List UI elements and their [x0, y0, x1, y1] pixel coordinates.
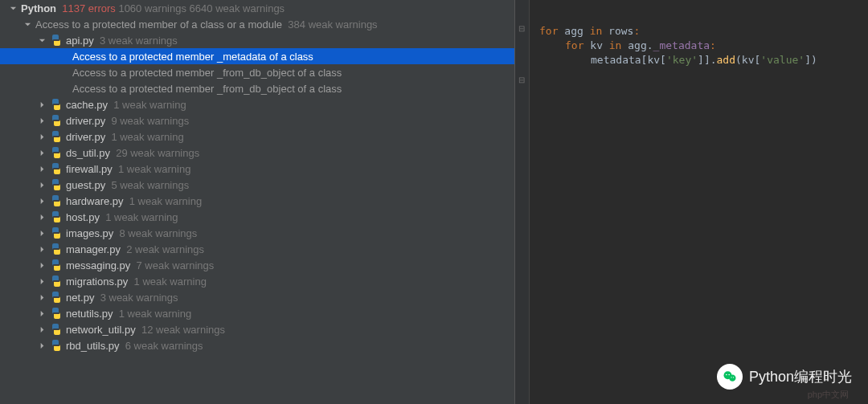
chevron-right-icon [37, 308, 47, 318]
inspection-issue[interactable]: Access to a protected member _from_db_ob… [0, 80, 514, 96]
svg-point-4 [731, 377, 731, 377]
file-count: 2 weak warnings [126, 243, 204, 255]
category-title: Access to a protected member of a class … [35, 18, 282, 31]
tree-file[interactable]: net.py 3 weak warnings [0, 289, 514, 305]
chevron-right-icon [37, 292, 47, 302]
tree-file[interactable]: messaging.py 7 weak warnings [0, 257, 514, 273]
chevron-right-icon [37, 196, 47, 206]
tree-file[interactable]: ds_util.py 29 weak warnings [0, 145, 514, 161]
file-count: 3 weak warnings [100, 35, 178, 47]
tree-file[interactable]: migrations.py 1 weak warning [0, 273, 514, 289]
python-file-icon [50, 275, 63, 288]
file-name: api.py [66, 35, 94, 47]
error-count: 1137 errors [62, 2, 115, 14]
tree-file[interactable]: driver.py 1 weak warning [0, 129, 514, 145]
inspection-issue-selected[interactable]: Access to a protected member _metadata o… [0, 48, 514, 64]
tree-file[interactable]: firewall.py 1 weak warning [0, 161, 514, 177]
tree-file[interactable]: netutils.py 1 weak warning [0, 305, 514, 321]
file-count: 1 weak warning [111, 131, 183, 143]
file-name: cache.py [66, 99, 108, 111]
tree-file[interactable]: manager.py 2 weak warnings [0, 241, 514, 257]
issue-text: Access to a protected member _from_db_ob… [72, 83, 342, 95]
issue-text: Access to a protected member _from_db_ob… [72, 67, 342, 79]
inspection-issue[interactable]: Access to a protected member _from_db_ob… [0, 64, 514, 80]
python-file-icon [50, 323, 63, 336]
file-count: 1 weak warning [118, 163, 190, 175]
file-count: 12 weak warnings [141, 324, 225, 336]
file-count: 5 weak warnings [111, 179, 189, 191]
chevron-right-icon [37, 212, 47, 222]
svg-point-5 [733, 377, 734, 377]
python-file-icon [50, 243, 63, 255]
code-snippet: for agg in rows: for kv in agg._metadata… [515, 0, 868, 67]
chevron-right-icon [37, 164, 47, 173]
category-count: 384 weak warnings [288, 18, 377, 31]
file-count: 7 weak warnings [136, 259, 214, 271]
chevron-right-icon [37, 100, 47, 109]
svg-point-1 [729, 375, 735, 382]
tree-file[interactable]: network_util.py 12 weak warnings [0, 321, 514, 337]
watermark: Python编程时光 [717, 364, 852, 390]
chevron-right-icon [37, 148, 47, 157]
chevron-right-icon [37, 341, 47, 350]
file-name: driver.py [66, 115, 105, 127]
python-file-icon [50, 226, 63, 239]
file-name: messaging.py [66, 259, 130, 271]
tree-file-api[interactable]: api.py 3 weak warnings [0, 32, 514, 48]
file-name: images.py [66, 227, 113, 239]
file-count: 1 weak warning [119, 308, 191, 320]
tree-file[interactable]: guest.py 5 weak warnings [0, 177, 514, 193]
python-file-icon [50, 130, 63, 143]
svg-point-2 [726, 374, 727, 376]
warning-count: 1060 warnings [118, 2, 186, 14]
file-count: 1 weak warning [129, 195, 202, 207]
inspection-tree-panel[interactable]: Python 1137 errors 1060 warnings 6640 we… [0, 0, 514, 404]
file-name: net.py [66, 292, 94, 304]
file-count: 6 weak warnings [125, 340, 203, 352]
fold-mark-icon: ⊟ [518, 75, 525, 84]
tree-file[interactable]: rbd_utils.py 6 weak warnings [0, 337, 514, 353]
file-name: host.py [66, 211, 100, 223]
chevron-down-icon [23, 19, 32, 29]
watermark-subtext: php中文网 [808, 389, 849, 401]
python-file-icon [50, 307, 63, 320]
python-file-icon [50, 114, 63, 127]
file-name: netutils.py [66, 308, 113, 320]
tree-root-python[interactable]: Python 1137 errors 1060 warnings 6640 we… [0, 0, 514, 16]
svg-point-3 [728, 374, 730, 376]
tree-category[interactable]: Access to a protected member of a class … [0, 16, 514, 32]
chevron-right-icon [37, 260, 47, 270]
language-label: Python [21, 2, 56, 14]
file-count: 1 weak warning [105, 211, 178, 223]
file-name: driver.py [66, 131, 105, 143]
file-name: rbd_utils.py [66, 340, 119, 352]
fold-mark-icon: ⊟ [518, 24, 525, 33]
chevron-right-icon [37, 276, 47, 286]
editor-gutter: ⊟ ⊟ [515, 0, 530, 404]
file-count: 1 weak warning [113, 99, 186, 111]
file-name: hardware.py [66, 195, 124, 207]
watermark-text: Python编程时光 [749, 367, 852, 386]
file-name: manager.py [66, 243, 121, 255]
tree-file[interactable]: driver.py 9 weak warnings [0, 112, 514, 129]
tree-file[interactable]: images.py 8 weak warnings [0, 225, 514, 241]
tree-file[interactable]: host.py 1 weak warning [0, 209, 514, 225]
tree-file[interactable]: cache.py 1 weak warning [0, 96, 514, 112]
chevron-right-icon [37, 324, 47, 334]
file-count: 1 weak warning [134, 275, 207, 288]
file-count: 8 weak warnings [119, 227, 197, 239]
file-count: 29 weak warnings [116, 147, 199, 159]
file-count: 3 weak warnings [100, 292, 178, 304]
chevron-down-icon [37, 35, 47, 45]
python-file-icon [50, 34, 63, 47]
code-preview-panel[interactable]: ⊟ ⊟ for agg in rows: for kv in agg._meta… [514, 0, 868, 404]
python-file-icon [50, 162, 63, 175]
wechat-icon [717, 364, 743, 390]
issue-text: Access to a protected member _metadata o… [72, 51, 313, 63]
tree-file[interactable]: hardware.py 1 weak warning [0, 193, 514, 209]
chevron-down-icon [8, 3, 18, 13]
file-name: firewall.py [66, 163, 113, 175]
python-file-icon [50, 194, 63, 207]
python-file-icon [50, 339, 63, 352]
python-file-icon [50, 146, 63, 159]
